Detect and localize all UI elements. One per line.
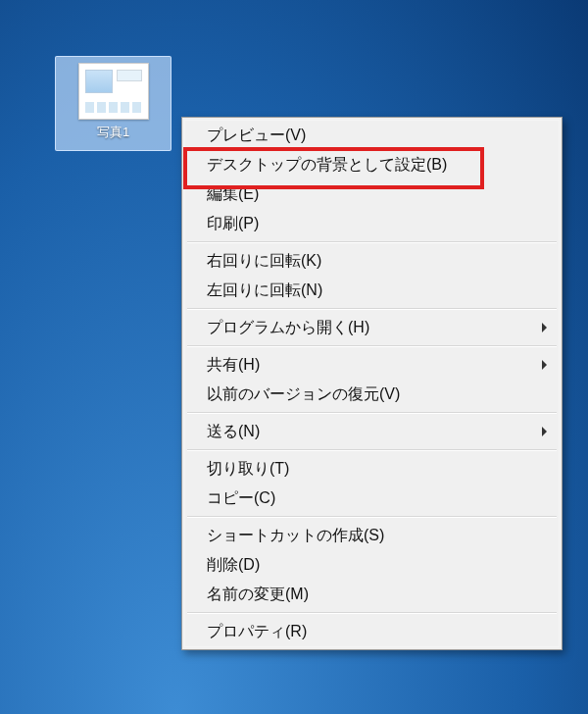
menu-item-label: 切り取り(T): [207, 459, 289, 480]
menu-item-label: 削除(D): [207, 555, 260, 576]
menu-item-label: 編集(E): [207, 184, 259, 205]
menu-item-label: 以前のバージョンの復元(V): [207, 384, 400, 405]
menu-item-label: プレビュー(V): [207, 126, 306, 146]
menu-item-delete[interactable]: 削除(D): [185, 550, 559, 580]
menu-separator: [187, 308, 557, 310]
menu-item-rotate-right[interactable]: 右回りに回転(K): [185, 246, 559, 276]
file-thumbnail-icon: [78, 63, 149, 120]
menu-item-open-with[interactable]: プログラムから開く(H): [185, 313, 559, 342]
desktop-icon-selected[interactable]: 写真1: [55, 56, 172, 151]
desktop-icon-label: 写真1: [97, 124, 129, 141]
context-menu: プレビュー(V) デスクトップの背景として設定(B) 編集(E) 印刷(P) 右…: [181, 117, 563, 650]
menu-item-label: デスクトップの背景として設定(B): [207, 155, 447, 176]
menu-item-label: 共有(H): [207, 355, 260, 376]
menu-item-label: プロパティ(R): [207, 622, 307, 642]
menu-separator: [187, 516, 557, 518]
context-menu-inner: プレビュー(V) デスクトップの背景として設定(B) 編集(E) 印刷(P) 右…: [184, 120, 560, 647]
menu-item-print[interactable]: 印刷(P): [185, 209, 559, 238]
menu-item-label: ショートカットの作成(S): [207, 526, 384, 546]
menu-item-rename[interactable]: 名前の変更(M): [185, 580, 559, 609]
menu-item-edit[interactable]: 編集(E): [185, 179, 559, 209]
menu-item-label: 送る(N): [207, 422, 260, 442]
menu-item-label: 右回りに回転(K): [207, 251, 321, 272]
menu-separator: [187, 449, 557, 451]
menu-item-send-to[interactable]: 送る(N): [185, 417, 559, 446]
menu-item-rotate-left[interactable]: 左回りに回転(N): [185, 276, 559, 305]
menu-separator: [187, 612, 557, 614]
menu-separator: [187, 412, 557, 414]
menu-item-share[interactable]: 共有(H): [185, 350, 559, 380]
menu-item-preview[interactable]: プレビュー(V): [185, 121, 559, 150]
menu-item-copy[interactable]: コピー(C): [185, 484, 559, 513]
menu-item-properties[interactable]: プロパティ(R): [185, 617, 559, 646]
menu-item-label: 印刷(P): [207, 214, 259, 234]
menu-item-label: 名前の変更(M): [207, 585, 309, 605]
menu-separator: [187, 345, 557, 347]
thumbnail-strip-icon: [85, 102, 142, 113]
menu-item-label: 左回りに回転(N): [207, 280, 322, 301]
menu-item-label: コピー(C): [207, 488, 275, 509]
menu-item-cut[interactable]: 切り取り(T): [185, 454, 559, 484]
menu-separator: [187, 241, 557, 243]
menu-item-restore-previous-versions[interactable]: 以前のバージョンの復元(V): [185, 380, 559, 409]
menu-item-set-desktop-background[interactable]: デスクトップの背景として設定(B): [185, 150, 559, 179]
menu-item-label: プログラムから開く(H): [207, 318, 369, 338]
menu-item-create-shortcut[interactable]: ショートカットの作成(S): [185, 521, 559, 550]
